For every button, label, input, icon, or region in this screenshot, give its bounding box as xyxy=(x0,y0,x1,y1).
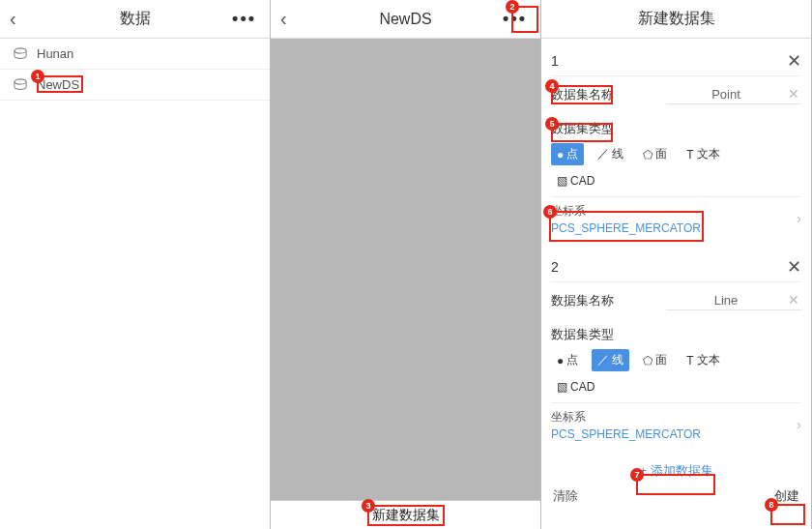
back-icon[interactable]: ‹ xyxy=(280,8,287,30)
card-head: 1 ✕ xyxy=(551,46,801,76)
line-icon: ／ xyxy=(597,146,609,162)
region-icon: ⬠ xyxy=(643,148,652,162)
panel-body: Hunan NewDS xyxy=(0,39,270,529)
type-option-region[interactable]: ⬠面 xyxy=(637,143,673,165)
chevron-right-icon: › xyxy=(797,417,801,432)
dataset-card: 1 ✕ 数据集名称 Point ✕ 数据集类型 ●点 ／线 ⬠面 T文本 xyxy=(551,46,801,245)
panel-body: 新建数据集 xyxy=(271,39,540,529)
svg-point-0 xyxy=(14,47,26,52)
cad-icon: ▧ xyxy=(557,174,567,188)
name-value: Line xyxy=(666,293,786,308)
name-field-row: 数据集名称 Line ✕ xyxy=(551,282,801,318)
create-dataset-label: 新建数据集 xyxy=(372,507,440,524)
type-field-label: 数据集类型 xyxy=(551,112,801,143)
coord-value: PCS_SPHERE_MERCATOR xyxy=(551,427,801,441)
more-icon[interactable]: ••• xyxy=(226,7,262,31)
add-dataset-button[interactable]: + 添加数据集 xyxy=(541,458,811,484)
datasource-label: NewDS xyxy=(37,77,79,92)
panel-create-dataset: 新建数据集 1 ✕ 数据集名称 Point ✕ 数据集类型 ●点 xyxy=(541,0,812,529)
header: 新建数据集 xyxy=(541,0,811,39)
add-dataset-label: + 添加数据集 xyxy=(639,463,712,478)
coord-label: 坐标系 xyxy=(551,203,801,220)
card-index: 1 xyxy=(551,53,559,69)
type-option-text[interactable]: T文本 xyxy=(681,349,725,371)
type-option-line[interactable]: ／线 xyxy=(592,349,629,371)
coord-label: 坐标系 xyxy=(551,409,801,426)
form: 1 ✕ 数据集名称 Point ✕ 数据集类型 ●点 ／线 ⬠面 T文本 xyxy=(541,39,811,529)
header-title: 新建数据集 xyxy=(638,9,715,29)
header: ‹ NewDS ••• xyxy=(271,0,540,39)
datasource-icon xyxy=(12,47,29,61)
svg-point-1 xyxy=(14,78,26,83)
coord-row[interactable]: 坐标系 PCS_SPHERE_MERCATOR › xyxy=(551,402,801,451)
datasource-icon xyxy=(12,78,29,92)
panel-data-list: ‹ 数据 ••• Hunan NewDS 1 xyxy=(0,0,271,529)
card-index: 2 xyxy=(551,259,559,275)
create-dataset-button[interactable]: 新建数据集 xyxy=(271,500,540,529)
chevron-right-icon: › xyxy=(797,211,801,226)
datasource-row[interactable]: Hunan xyxy=(0,39,270,70)
type-option-line[interactable]: ／线 xyxy=(592,143,629,165)
type-field-label: 数据集类型 xyxy=(551,318,801,349)
datasource-label: Hunan xyxy=(37,46,73,61)
panel-newds: ‹ NewDS ••• 新建数据集 2 3 xyxy=(271,0,541,529)
type-option-region[interactable]: ⬠面 xyxy=(637,349,673,371)
clear-button[interactable]: 清除 xyxy=(553,487,578,505)
type-option-text[interactable]: T文本 xyxy=(681,143,725,165)
name-field-row: 数据集名称 Point ✕ xyxy=(551,76,801,112)
coord-row[interactable]: 坐标系 PCS_SPHERE_MERCATOR › xyxy=(551,196,801,245)
region-icon: ⬠ xyxy=(643,354,652,367)
type-option-cad[interactable]: ▧CAD xyxy=(551,377,600,397)
name-field-label: 数据集名称 xyxy=(551,86,614,103)
create-button[interactable]: 创建 xyxy=(774,487,799,505)
text-icon: T xyxy=(686,354,693,367)
point-icon: ● xyxy=(557,148,564,162)
type-options: ●点 ／线 ⬠面 T文本 xyxy=(551,349,801,377)
back-icon[interactable]: ‹ xyxy=(10,8,16,30)
dataset-card: 2 ✕ 数据集名称 Line ✕ 数据集类型 ●点 ／线 ⬠面 T文本 xyxy=(551,252,801,451)
close-icon[interactable]: ✕ xyxy=(787,256,801,278)
datasource-row[interactable]: NewDS xyxy=(0,70,270,101)
name-input[interactable]: Line ✕ xyxy=(666,290,801,310)
header: ‹ 数据 ••• xyxy=(0,0,270,39)
header-title: NewDS xyxy=(379,11,431,28)
clear-input-icon[interactable]: ✕ xyxy=(786,292,801,308)
type-options-row2: ▧CAD xyxy=(551,171,801,196)
type-option-cad[interactable]: ▧CAD xyxy=(551,171,600,191)
point-icon: ● xyxy=(557,354,564,367)
type-option-point[interactable]: ●点 xyxy=(551,143,584,165)
cad-icon: ▧ xyxy=(557,380,567,394)
type-options-row2: ▧CAD xyxy=(551,377,801,402)
card-head: 2 ✕ xyxy=(551,252,801,282)
close-icon[interactable]: ✕ xyxy=(787,50,801,72)
more-icon[interactable]: ••• xyxy=(497,7,533,31)
coord-value: PCS_SPHERE_MERCATOR xyxy=(551,221,801,235)
footer-row: 清除 创建 xyxy=(541,484,811,511)
panel-body: 1 ✕ 数据集名称 Point ✕ 数据集类型 ●点 ／线 ⬠面 T文本 xyxy=(541,39,811,529)
line-icon: ／ xyxy=(597,352,609,368)
name-field-label: 数据集名称 xyxy=(551,292,614,309)
name-input[interactable]: Point ✕ xyxy=(666,84,801,104)
text-icon: T xyxy=(686,148,693,162)
name-value: Point xyxy=(666,87,786,102)
type-option-point[interactable]: ●点 xyxy=(551,349,584,371)
type-options: ●点 ／线 ⬠面 T文本 xyxy=(551,143,801,171)
header-title: 数据 xyxy=(120,9,151,29)
clear-input-icon[interactable]: ✕ xyxy=(786,86,801,102)
